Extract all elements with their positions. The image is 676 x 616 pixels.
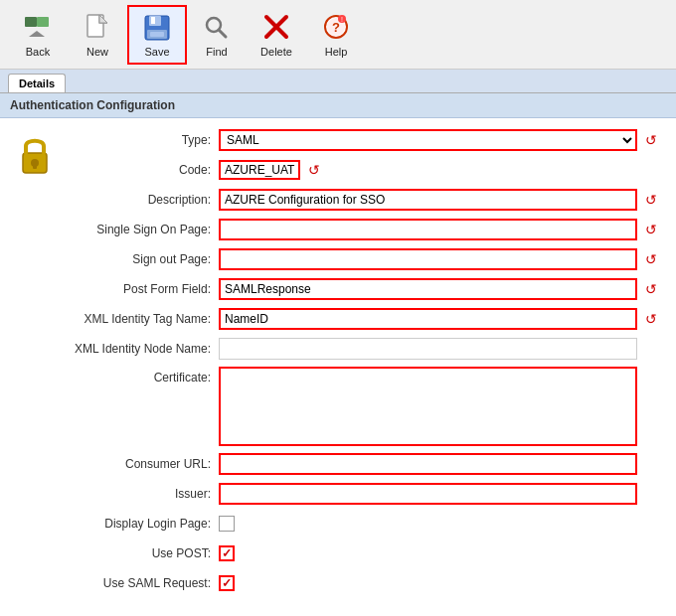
description-row: Description: ↺ [65,188,661,212]
sso-page-input[interactable] [219,219,637,240]
display-login-label: Display Login Page: [65,517,219,531]
display-login-checkbox[interactable] [219,516,235,532]
signout-page-reset-icon[interactable]: ↺ [641,249,661,269]
help-label: Help [325,46,348,58]
sso-page-reset-icon[interactable]: ↺ [641,220,661,239]
xml-node-row: XML Identity Node Name: ↺ [65,337,661,361]
consumer-url-row: Consumer URL: ↺ [65,452,661,476]
save-icon [141,12,173,44]
description-label: Description: [65,193,219,207]
new-button[interactable]: New [68,5,127,65]
svg-rect-0 [25,17,37,27]
signout-page-row: Sign out Page: ↺ [65,247,661,271]
type-select[interactable]: SAML LDAP OAuth Local [219,129,637,151]
svg-text:!: ! [341,16,343,23]
post-form-reset-icon[interactable]: ↺ [641,279,661,299]
code-value: AZURE_UAT [219,160,300,180]
type-row: Type: SAML LDAP OAuth Local ↺ [65,128,661,152]
svg-rect-7 [151,17,155,24]
use-post-checkmark: ✓ [222,546,232,560]
save-label: Save [144,46,169,58]
find-label: Find [206,46,227,58]
signout-page-input[interactable] [219,248,637,270]
sso-page-label: Single Sign On Page: [65,223,219,236]
consumer-url-label: Consumer URL: [65,457,219,471]
issuer-label: Issuer: [65,487,219,501]
use-saml-checkmark: ✓ [222,576,232,590]
use-saml-checkbox[interactable]: ✓ [219,575,235,591]
tabbar: Details [0,70,676,93]
display-login-row: Display Login Page: [65,512,661,536]
certificate-label: Certificate: [65,367,219,385]
svg-rect-1 [37,17,49,27]
type-label: Type: [65,133,219,147]
section-header: Authentication Configuration [0,93,676,118]
help-button[interactable]: ? ! Help [306,5,366,65]
use-saml-row: Use SAML Request: ✓ [65,571,661,595]
consumer-url-input[interactable] [219,453,637,475]
new-icon [82,12,113,44]
svg-marker-2 [29,31,45,37]
description-reset-icon[interactable]: ↺ [641,190,661,210]
xml-node-input[interactable] [219,338,637,360]
signout-page-label: Sign out Page: [65,252,219,266]
xml-tag-input[interactable] [219,308,637,330]
save-button[interactable]: Save [127,5,187,65]
svg-rect-9 [150,32,164,37]
use-post-row: Use POST: ✓ [65,541,661,565]
tab-details[interactable]: Details [8,74,66,92]
back-label: Back [26,46,50,58]
find-button[interactable]: Find [187,5,247,65]
svg-rect-21 [33,163,37,169]
post-form-label: Post Form Field: [65,282,219,296]
xml-node-label: XML Identity Node Name: [65,342,219,356]
post-form-row: Post Form Field: ↺ [65,277,661,301]
use-saml-label: Use SAML Request: [65,576,219,590]
use-post-label: Use POST: [65,546,219,560]
form-fields: Type: SAML LDAP OAuth Local ↺ Code: AZUR… [65,128,661,601]
use-post-checkbox[interactable]: ✓ [219,545,235,561]
back-button[interactable]: Back [8,5,68,65]
certificate-textarea[interactable] [219,367,637,446]
back-icon [22,12,54,44]
code-label: Code: [65,163,219,177]
form-area: Type: SAML LDAP OAuth Local ↺ Code: AZUR… [0,118,676,611]
delete-icon [260,12,292,44]
code-row: Code: AZURE_UAT ↺ [65,158,661,182]
find-icon [201,12,233,44]
toolbar: Back New Save [0,0,676,70]
help-icon: ? ! [320,12,352,44]
svg-line-11 [219,30,226,37]
type-reset-icon[interactable]: ↺ [641,130,661,150]
post-form-input[interactable] [219,278,637,300]
issuer-input[interactable] [219,483,637,505]
svg-text:?: ? [332,20,340,35]
lock-icon [15,128,55,601]
delete-button[interactable]: Delete [247,5,306,65]
new-label: New [86,46,108,58]
description-input[interactable] [219,189,637,211]
sso-page-row: Single Sign On Page: ↺ [65,218,661,241]
certificate-row: Certificate: ↺ [65,367,661,446]
xml-tag-reset-icon[interactable]: ↺ [641,309,661,329]
xml-tag-row: XML Identity Tag Name: ↺ [65,307,661,331]
xml-tag-label: XML Identity Tag Name: [65,312,219,326]
delete-label: Delete [260,46,292,58]
main-content: Authentication Configuration Type: SAML … [0,93,676,616]
code-reset-icon[interactable]: ↺ [304,160,324,180]
issuer-row: Issuer: ↺ [65,482,661,506]
